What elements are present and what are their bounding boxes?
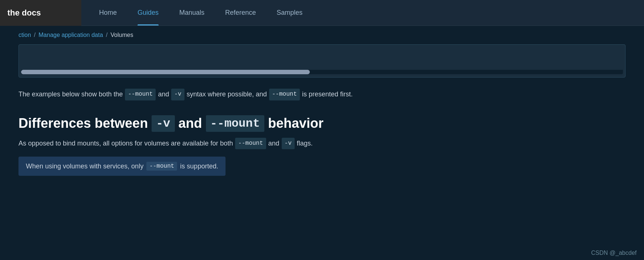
highlight-text-after: is supported.: [180, 162, 218, 170]
desc-text-mid1: and: [158, 89, 169, 100]
nav-samples[interactable]: Samples: [266, 0, 313, 25]
breadcrumb-sep-2: /: [106, 32, 108, 38]
highlight-box: When using volumes with services, only -…: [18, 157, 226, 176]
heading-code-1: -v: [152, 115, 174, 132]
sub-text-before: As opposed to bind mounts, all options f…: [18, 138, 233, 149]
heading-mid: and: [179, 116, 202, 131]
heading-suffix: behavior: [268, 116, 323, 131]
desc-code-2: -v: [171, 89, 184, 100]
desc-code-3: --mount: [269, 89, 300, 100]
highlight-text-before: When using volumes with services, only: [26, 162, 143, 170]
main-nav: Home Guides Manuals Reference Samples: [89, 0, 313, 25]
code-block-container: [18, 44, 626, 78]
scrollbar-thumb[interactable]: [21, 70, 310, 74]
nav-guides[interactable]: Guides: [127, 0, 169, 25]
section-heading: Differences between -v and --mount behav…: [18, 115, 626, 132]
watermark: CSDN @_abcdef: [591, 250, 637, 256]
highlight-code: --mount: [146, 162, 177, 171]
breadcrumb-current: Volumes: [111, 32, 133, 38]
main-content: The examples below show both the --mount…: [0, 78, 644, 187]
watermark-text: CSDN @_abcdef: [591, 250, 637, 256]
breadcrumb-sep-1: /: [34, 32, 35, 38]
sub-text-after: flags.: [297, 138, 313, 149]
logo-area: the docs: [0, 0, 81, 26]
desc-code-1: --mount: [125, 89, 156, 100]
desc-text-after: is presented first.: [302, 89, 353, 100]
sub-text-mid: and: [268, 138, 279, 149]
heading-prefix: Differences between: [18, 116, 148, 131]
sub-code-1: --mount: [235, 138, 266, 150]
breadcrumb: ction / Manage application data / Volume…: [0, 26, 644, 44]
description-paragraph: The examples below show both the --mount…: [18, 89, 626, 100]
breadcrumb-section[interactable]: ction: [18, 32, 31, 38]
heading-code-2: --mount: [206, 115, 264, 132]
sub-code-2: -v: [282, 138, 295, 150]
header: the docs Home Guides Manuals Reference S…: [0, 0, 644, 26]
sub-description: As opposed to bind mounts, all options f…: [18, 138, 626, 150]
desc-text-before: The examples below show both the: [18, 89, 123, 100]
nav-reference[interactable]: Reference: [215, 0, 266, 25]
breadcrumb-manage[interactable]: Manage application data: [38, 32, 103, 38]
nav-manuals[interactable]: Manuals: [169, 0, 215, 25]
scrollbar-track[interactable]: [21, 70, 623, 74]
desc-text-mid2: syntax where possible, and: [187, 89, 267, 100]
logo-text: the docs: [7, 8, 41, 18]
nav-home[interactable]: Home: [89, 0, 127, 25]
